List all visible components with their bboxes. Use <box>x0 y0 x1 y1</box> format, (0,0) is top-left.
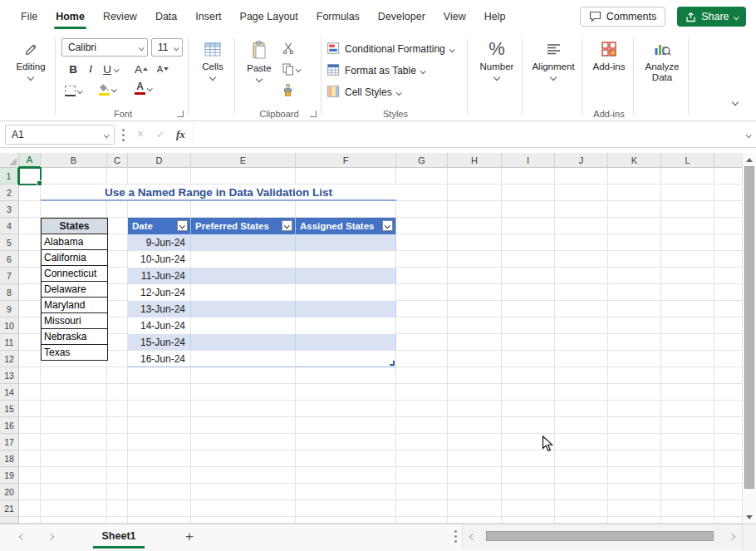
grid-cell[interactable] <box>608 384 661 401</box>
grid-cell[interactable] <box>448 201 502 218</box>
tab-view[interactable]: View <box>434 0 475 33</box>
scroll-down-arrow[interactable] <box>743 510 756 524</box>
grid-cell[interactable] <box>19 184 41 201</box>
grid-cell[interactable] <box>555 284 608 301</box>
states-cell[interactable]: California <box>41 249 108 266</box>
editing-button[interactable]: Editing <box>12 40 50 80</box>
grid-cell[interactable] <box>107 500 128 517</box>
decrease-font-button[interactable]: A <box>153 60 173 78</box>
grid-cell[interactable] <box>608 500 661 517</box>
grid-cell[interactable] <box>448 317 502 334</box>
grid-cell[interactable] <box>19 284 41 301</box>
grid-cell[interactable] <box>191 484 296 500</box>
row-header-20[interactable]: 20 <box>0 484 19 500</box>
grid-cell[interactable] <box>296 201 396 218</box>
grid-cell[interactable] <box>555 201 608 218</box>
grid-cell[interactable] <box>502 251 555 268</box>
grid-cell[interactable] <box>191 401 296 417</box>
tab-data[interactable]: Data <box>146 0 186 33</box>
grid-cell[interactable] <box>41 384 107 401</box>
grid-cell[interactable] <box>661 168 714 184</box>
tab-formulas[interactable]: Formulas <box>307 0 369 33</box>
grid-cell[interactable] <box>107 251 128 268</box>
table-resize-handle[interactable] <box>390 361 395 366</box>
grid-cell[interactable] <box>396 401 448 417</box>
grid-cell[interactable] <box>661 484 714 500</box>
grid-cell[interactable] <box>502 500 555 517</box>
prev-sheet-arrow[interactable] <box>19 534 26 540</box>
grid-cell[interactable] <box>555 417 608 434</box>
grid-cell[interactable] <box>555 450 608 467</box>
grid-cell[interactable] <box>107 467 128 484</box>
grid-cell[interactable] <box>608 234 661 251</box>
grid-cell[interactable] <box>191 367 296 384</box>
grid-cell[interactable] <box>107 201 128 218</box>
grid-cell[interactable] <box>296 467 396 484</box>
grid-cell[interactable] <box>19 500 41 517</box>
grid-cell[interactable] <box>296 367 396 384</box>
grid-cell[interactable] <box>128 467 191 484</box>
grid-cell[interactable] <box>661 334 714 351</box>
states-cell[interactable]: Connecticut <box>41 265 108 282</box>
grid-cell[interactable] <box>396 201 448 218</box>
new-sheet-button[interactable]: + <box>179 527 199 547</box>
grid-cell[interactable] <box>555 301 608 317</box>
grid-cell[interactable] <box>661 450 714 467</box>
grid-cell[interactable] <box>448 417 502 434</box>
row-header-4[interactable]: 4 <box>0 218 19 234</box>
grid-cell[interactable] <box>448 284 502 301</box>
grid-cell[interactable] <box>502 351 555 367</box>
grid-cell[interactable] <box>41 434 107 450</box>
grid-cell[interactable] <box>448 168 502 184</box>
grid-cell[interactable] <box>448 184 502 201</box>
grid-cell[interactable] <box>502 334 555 351</box>
row-header-14[interactable]: 14 <box>0 384 19 401</box>
grid-cell[interactable] <box>448 351 502 367</box>
grid-cell[interactable] <box>608 284 661 301</box>
grid-cell[interactable] <box>502 367 555 384</box>
table-header-date[interactable]: Date <box>128 218 191 234</box>
grid-cell[interactable] <box>19 268 41 284</box>
table-cell[interactable] <box>191 301 296 317</box>
scroll-left-arrow[interactable] <box>469 534 476 540</box>
grid-cell[interactable] <box>608 218 661 234</box>
grid-cell[interactable] <box>41 168 107 184</box>
font-name-combo[interactable]: Calibri <box>61 38 148 57</box>
tab-insert[interactable]: Insert <box>186 0 230 33</box>
share-button[interactable]: Share <box>677 7 746 27</box>
grid-cell[interactable] <box>19 301 41 317</box>
vertical-scrollbar[interactable] <box>742 153 756 524</box>
cell-styles-button[interactable]: Cell Styles <box>327 83 400 101</box>
filter-button[interactable] <box>177 220 188 231</box>
column-header-B[interactable]: B <box>41 153 107 168</box>
grid-cell[interactable] <box>448 218 502 234</box>
grid-cell[interactable] <box>555 500 608 517</box>
grid-cell[interactable] <box>191 201 296 218</box>
grid-cell[interactable] <box>396 334 448 351</box>
grid-cell[interactable] <box>555 484 608 500</box>
grid-cell[interactable] <box>448 301 502 317</box>
grid-cell[interactable] <box>396 218 448 234</box>
column-header-L[interactable]: L <box>661 153 714 168</box>
filter-button[interactable] <box>382 220 393 231</box>
table-cell[interactable] <box>296 234 396 251</box>
row-header-17[interactable]: 17 <box>0 434 19 450</box>
analyze-data-button[interactable]: Analyze Data <box>641 40 684 83</box>
grid-cell[interactable] <box>555 384 608 401</box>
grid-cell[interactable] <box>661 384 714 401</box>
format-as-table-button[interactable]: Format as Table <box>327 61 425 80</box>
row-header-6[interactable]: 6 <box>0 251 19 268</box>
grid-cell[interactable] <box>608 301 661 317</box>
grid-cell[interactable] <box>107 317 128 334</box>
table-cell[interactable] <box>296 334 396 351</box>
column-header-K[interactable]: K <box>608 153 661 168</box>
grid-cell[interactable] <box>608 484 661 500</box>
grid-cell[interactable] <box>608 351 661 367</box>
cells-button[interactable]: Cells <box>194 40 231 80</box>
row-header-13[interactable]: 13 <box>0 367 19 384</box>
grid-cell[interactable] <box>555 168 608 184</box>
table-cell[interactable]: 12-Jun-24 <box>128 284 191 301</box>
filter-button[interactable] <box>282 220 292 231</box>
grid-cell[interactable] <box>661 367 714 384</box>
grid-cell[interactable] <box>128 434 191 450</box>
